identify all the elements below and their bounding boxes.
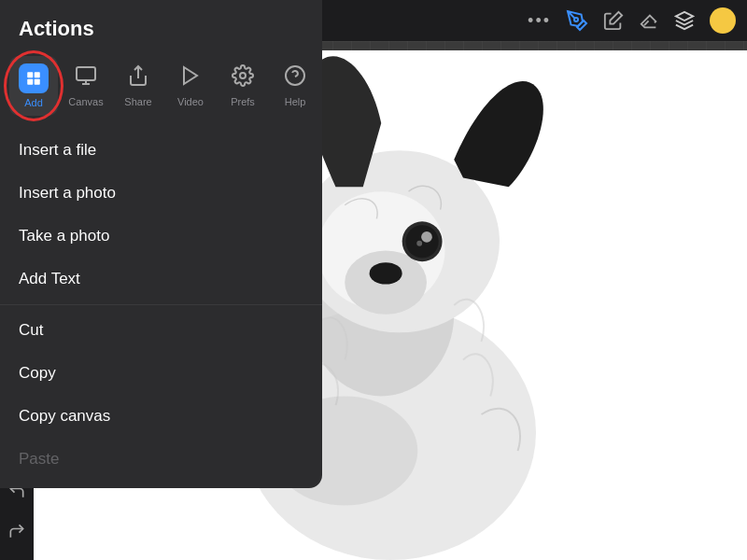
overflow-menu-icon[interactable]: ••• — [528, 11, 551, 31]
menu-divider — [0, 304, 322, 305]
eraser-button[interactable] — [639, 10, 659, 31]
tab-add[interactable]: Add — [9, 56, 58, 116]
menu-item-take-photo[interactable]: Take a photo — [0, 215, 322, 258]
menu-item-add-text[interactable]: Add Text — [0, 258, 322, 301]
tab-share[interactable]: Share — [114, 57, 162, 115]
layers-button[interactable] — [674, 10, 695, 31]
tab-add-label: Add — [24, 97, 43, 108]
tab-canvas[interactable]: Canvas — [62, 57, 110, 115]
prefs-icon — [232, 64, 254, 92]
svg-rect-21 — [27, 79, 33, 85]
svg-marker-3 — [610, 12, 622, 24]
svg-point-2 — [574, 18, 578, 21]
svg-point-28 — [240, 73, 246, 78]
svg-point-16 — [421, 231, 432, 243]
menu-item-copy[interactable]: Copy — [0, 352, 322, 395]
color-swatch[interactable] — [710, 7, 736, 34]
action-tabs: Add Canvas Share — [0, 52, 322, 129]
svg-rect-23 — [77, 67, 95, 80]
pen-button[interactable] — [603, 10, 624, 31]
actions-title: Actions — [0, 0, 322, 52]
menu-section-insert: Insert a file Insert a photo Take a phot… — [0, 129, 322, 301]
menu-item-cut[interactable]: Cut — [0, 309, 322, 352]
svg-point-17 — [416, 241, 422, 246]
canvas-icon — [75, 64, 97, 92]
redo-button[interactable] — [4, 518, 30, 549]
help-icon — [284, 64, 306, 92]
brush-blue-button[interactable] — [566, 9, 588, 32]
topbar-right: ••• — [528, 7, 736, 34]
svg-rect-19 — [27, 72, 33, 77]
svg-point-13 — [370, 262, 402, 284]
svg-rect-22 — [35, 79, 40, 85]
video-icon — [179, 64, 202, 92]
tab-video[interactable]: Video — [166, 57, 215, 115]
menu-item-copy-canvas[interactable]: Copy canvas — [0, 395, 322, 438]
menu-item-insert-photo[interactable]: Insert a photo — [0, 172, 322, 215]
menu-item-insert-file[interactable]: Insert a file — [0, 129, 322, 172]
svg-rect-20 — [35, 72, 40, 77]
menu-section-edit: Cut Copy Copy canvas Paste — [0, 309, 322, 481]
menu-item-paste[interactable]: Paste — [0, 438, 322, 481]
share-icon — [127, 64, 149, 92]
svg-point-15 — [406, 225, 439, 258]
tab-prefs-label: Prefs — [231, 96, 255, 107]
svg-marker-4 — [676, 12, 693, 21]
tab-prefs[interactable]: Prefs — [218, 57, 267, 115]
tab-share-label: Share — [124, 96, 151, 107]
tab-video-label: Video — [177, 96, 204, 107]
svg-marker-27 — [184, 67, 197, 84]
tab-help-label: Help — [285, 96, 306, 107]
actions-panel: Actions Add — [0, 0, 322, 488]
tab-canvas-label: Canvas — [68, 96, 103, 107]
add-icon — [19, 63, 49, 93]
tab-help[interactable]: Help — [271, 57, 319, 115]
